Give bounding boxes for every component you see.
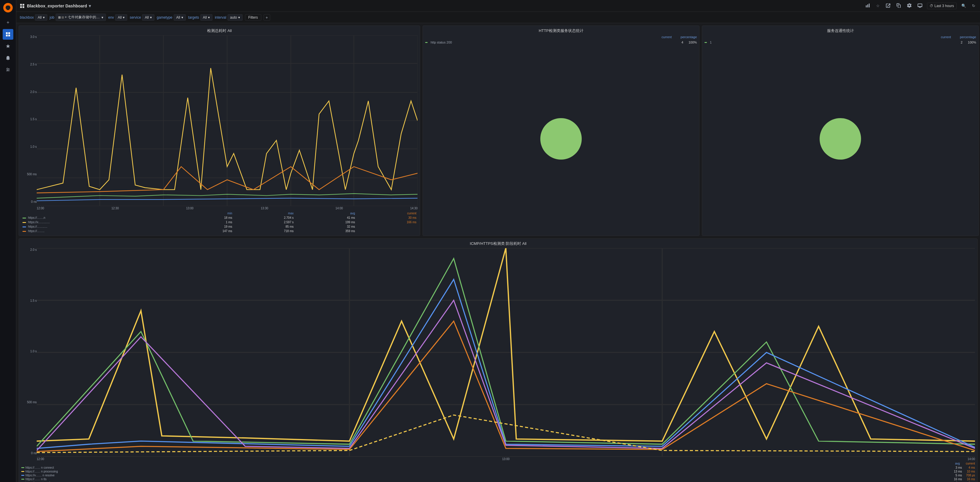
svg-rect-6	[8, 32, 10, 34]
gear-icon[interactable]	[906, 2, 913, 10]
filter-interval-label: interval	[215, 15, 226, 19]
filter-blackbox-label: blackbox	[20, 15, 34, 19]
svg-rect-9	[20, 4, 22, 6]
pie-connect-legend-row: 1 2 100%	[705, 41, 976, 44]
legend-current: 30 ms	[356, 215, 417, 220]
filter-job: job + 七牛对象存储中的一个测试资源... ▾	[50, 14, 106, 21]
legend-label: https://x……..….	[28, 220, 50, 224]
x-label-0: 12:00	[37, 207, 44, 210]
icmp-y-label-3: 500 ms	[21, 401, 37, 404]
icmp-legend-row: https://…… n processing 13 ms 10 ms	[21, 469, 975, 473]
filter-blackbox-select[interactable]: All ▾	[35, 14, 47, 21]
filter-gametype-select[interactable]: All ▾	[174, 14, 186, 21]
dashboard: 检测总耗时 All 3.0 s 2.5 s 2.0 s 1.5 s 1.0 s …	[16, 23, 980, 482]
filter-service-select[interactable]: All ▾	[142, 14, 154, 21]
x-label-4: 14:00	[336, 207, 343, 210]
pie-connect-container	[705, 44, 976, 233]
legend-label: https://……..	[28, 230, 45, 233]
svg-rect-10	[22, 4, 24, 6]
topbar-right: ☆ ⏱ Last 3 hours 🔍 ↻	[864, 2, 977, 10]
legend-max: 85 ms	[234, 224, 295, 229]
legend-avg: 199 ms	[295, 220, 356, 224]
dropdown-arrow[interactable]: ▾	[89, 3, 91, 8]
y-label-2: 2.0 s	[21, 90, 37, 94]
filter-blackbox: blackbox All ▾	[20, 14, 47, 21]
filter-interval: interval auto ▾	[215, 14, 243, 21]
icmp-y-label-0: 2.0 s	[21, 248, 37, 251]
icmp-legend-avg: 5 ms	[950, 474, 962, 477]
pie-http-container	[425, 44, 697, 233]
x-label-3: 13:30	[261, 207, 268, 210]
share-icon[interactable]	[885, 2, 891, 10]
legend-label: https://……..…	[28, 225, 48, 228]
filter-service-label: service	[130, 15, 141, 19]
y-label-3: 1.5 s	[21, 118, 37, 121]
y-label-1: 2.5 s	[21, 63, 37, 66]
connect-pie-panel: 服务连通性统计 current percentage 1 2 100%	[702, 26, 979, 236]
filter-env-label: env	[108, 15, 114, 19]
icmp-chart-title: ICMP/HTTPS检测类 阶段耗时 All	[21, 241, 975, 246]
icmp-y-label-1: 1.5 s	[21, 299, 37, 302]
sidebar-item-config[interactable]	[3, 65, 13, 75]
y-label-6: 0 ns	[21, 200, 37, 203]
topbar: Blackbox_exporter Dashboard ▾ ☆ ⏱	[16, 0, 980, 12]
legend-min: 18 ms	[172, 215, 233, 220]
sidebar-item-add[interactable]: +	[3, 17, 13, 28]
filter-interval-select[interactable]: auto ▾	[228, 14, 243, 21]
star-icon[interactable]: ☆	[875, 2, 881, 9]
sidebar-item-alerting[interactable]	[3, 53, 13, 63]
add-filter-button[interactable]: +	[264, 14, 270, 21]
sidebar-item-explore[interactable]	[3, 41, 13, 51]
connect-pie-title: 服务连通性统计	[705, 28, 976, 34]
copy-icon[interactable]	[895, 2, 902, 10]
panel-row-2: ICMP/HTTPS检测类 阶段耗时 All 2.0 s 1.5 s 1.0 s…	[19, 238, 978, 482]
icmp-legend-avg: 13 ms	[950, 470, 962, 473]
legend-min: 1 ms	[172, 220, 233, 224]
x-label-1: 12:30	[111, 207, 119, 210]
icmp-x-label-1: 13:00	[502, 457, 509, 461]
icmp-legend-dot	[21, 479, 24, 480]
http-pie-title: HTTP检测类服务状态统计	[425, 28, 697, 34]
svg-point-2	[7, 4, 9, 6]
legend-max: 2.704 s	[234, 215, 295, 220]
time-picker[interactable]: ⏱ Last 3 hours	[927, 3, 957, 9]
refresh-icon[interactable]: ↻	[971, 2, 977, 9]
filter-env-select[interactable]: All ▾	[115, 14, 127, 21]
y-label-4: 1.0 s	[21, 145, 37, 148]
monitor-icon[interactable]	[916, 2, 923, 10]
icmp-legend-current: 16 ms	[963, 477, 975, 481]
legend-row: https://x……..…. 1 ms 2.597 s 199 ms 166 …	[21, 220, 417, 224]
svg-rect-11	[20, 6, 22, 8]
apps-icon	[20, 3, 25, 8]
legend-avg: 359 ms	[295, 229, 356, 233]
filter-job-select[interactable]: + 七牛对象存储中的一个测试资源... ▾	[56, 14, 106, 21]
icmp-legend-current: 708 μs	[963, 474, 975, 477]
filters-button[interactable]: Filters	[245, 14, 261, 21]
icmp-legend-dot	[21, 475, 24, 476]
svg-rect-7	[6, 35, 8, 37]
sidebar-item-dashboard[interactable]	[3, 29, 13, 40]
filter-gametype: gametype All ▾	[157, 14, 186, 21]
icmp-legend-row: https://…… n tls 16 ms 16 ms	[21, 477, 975, 481]
legend-current: 166 ms	[356, 220, 417, 224]
pie-http-legend-headers: current percentage	[425, 35, 697, 39]
pie-connect-legend: 1 2 100%	[705, 41, 976, 44]
icmp-chart-svg	[37, 248, 975, 457]
filter-targets-select[interactable]: All ▾	[200, 14, 212, 21]
filter-gametype-label: gametype	[157, 15, 172, 19]
icmp-x-label-0: 12:00	[37, 457, 44, 461]
icmp-legend-label: https://…… n connect	[25, 466, 949, 469]
sidebar: +	[0, 0, 16, 482]
search-icon[interactable]: 🔍	[960, 2, 967, 9]
filter-service: service All ▾	[130, 14, 154, 21]
x-label-5: 14:30	[410, 207, 417, 210]
icmp-legend-avg: 3 ms	[950, 466, 962, 469]
clock-icon: ⏱	[930, 4, 933, 8]
legend-current	[356, 224, 417, 229]
chart-icon[interactable]	[864, 2, 872, 10]
svg-rect-14	[867, 5, 868, 7]
icmp-panel: ICMP/HTTPS检测类 阶段耗时 All 2.0 s 1.5 s 1.0 s…	[19, 238, 978, 482]
svg-point-4	[5, 9, 6, 10]
icmp-legend-label: https://v…… n resolve	[25, 474, 949, 477]
filter-job-label: job	[50, 15, 54, 19]
